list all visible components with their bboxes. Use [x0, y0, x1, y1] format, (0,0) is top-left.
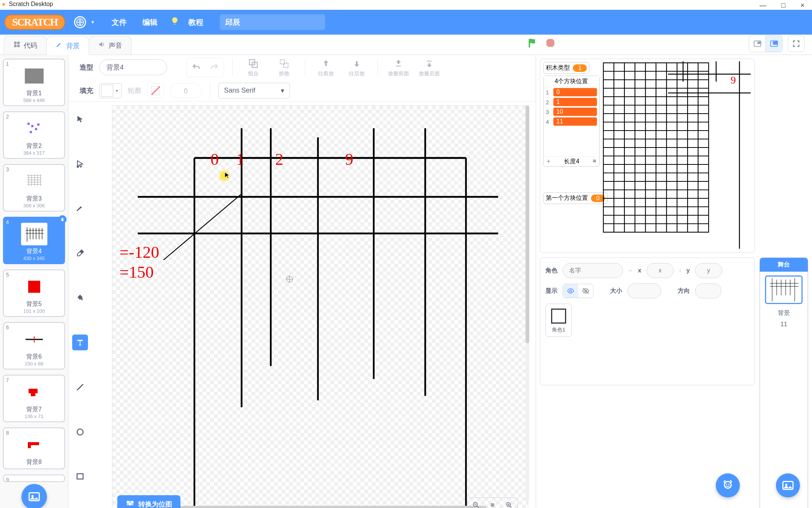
line-tool[interactable]	[72, 379, 88, 395]
costume-preview	[21, 381, 47, 403]
small-stage-icon[interactable]	[749, 35, 766, 52]
zoom-in-button[interactable]	[501, 498, 517, 508]
tab-sounds[interactable]: 声音	[89, 36, 132, 55]
svg-point-128	[726, 484, 727, 485]
fill-color-picker[interactable]: ▾	[99, 83, 122, 98]
undo-button[interactable]	[188, 59, 204, 75]
reshape-tool[interactable]	[72, 156, 88, 172]
variable-monitor-firstpos[interactable]: 第一个方块位置 0	[543, 192, 607, 204]
stage-number-9: 9	[730, 74, 736, 86]
project-name-input[interactable]	[220, 14, 325, 30]
add-sprite-button[interactable]	[716, 473, 740, 497]
tab-costumes[interactable]: 背景	[46, 36, 89, 55]
costume-thumb[interactable]: 2 背景2 364 x 317	[3, 111, 65, 159]
menu-file[interactable]: 文件	[105, 17, 133, 27]
green-flag-icon[interactable]	[527, 38, 538, 50]
costume-thumb[interactable]: 7 背景7 136 x 71	[3, 375, 65, 422]
bulb-icon	[170, 17, 179, 28]
svg-marker-5	[547, 39, 554, 47]
variable-monitor-blocktype[interactable]: 积木类型 1	[543, 62, 589, 74]
sprite-x-input[interactable]	[647, 263, 674, 278]
svg-rect-70	[129, 503, 131, 505]
stage-thumbnail[interactable]	[765, 275, 803, 304]
costume-thumb[interactable]: 5 背景5 101 x 100	[3, 269, 65, 317]
canvas-area[interactable]: 0 1 2 9 =-120 =150 转换为位	[112, 105, 528, 508]
ungroup-button[interactable]: 拆散	[272, 58, 297, 77]
costume-thumb[interactable]: 8 背景8	[3, 427, 65, 469]
xy-icon: ↔	[628, 268, 633, 273]
zoom-out-button[interactable]	[468, 498, 484, 508]
text-tool[interactable]	[72, 335, 88, 350]
stop-icon[interactable]	[545, 38, 556, 50]
fullscreen-button[interactable]	[788, 35, 804, 52]
costume-thumb[interactable]: 3 背景3 306 x 306	[3, 164, 65, 211]
window-close[interactable]: ×	[800, 2, 804, 9]
sprite-tile[interactable]: 角色1	[545, 304, 572, 337]
svg-rect-66	[127, 501, 129, 503]
tab-code[interactable]: 代码	[4, 36, 47, 55]
hide-icon[interactable]	[578, 284, 593, 298]
menu-edit[interactable]: 编辑	[136, 17, 164, 27]
large-stage-icon[interactable]	[766, 35, 782, 52]
costume-preview	[21, 65, 47, 87]
sprite-size-input[interactable]	[627, 283, 661, 298]
list-monitor-positions[interactable]: 4个方块位置 10 21 310 411 + 长度4 =	[543, 76, 600, 167]
back-button[interactable]: 放最后面	[417, 58, 442, 77]
tab-code-label: 代码	[24, 41, 37, 50]
svg-rect-3	[14, 45, 17, 47]
visibility-toggle[interactable]	[563, 284, 594, 298]
zoom-reset-button[interactable]	[484, 498, 501, 508]
forward-button[interactable]: 往前放	[314, 58, 338, 77]
delete-costume-icon[interactable]	[58, 215, 67, 224]
window-maximize[interactable]: □	[782, 2, 786, 9]
canvas-scrollbar-horizontal[interactable]	[154, 506, 487, 508]
sprite-name-input[interactable]	[563, 263, 623, 278]
costume-thumb[interactable]: 4 背景4 430 x 345	[3, 217, 65, 264]
brush-icon	[56, 41, 63, 50]
select-tool[interactable]	[72, 111, 88, 127]
eraser-tool[interactable]	[72, 245, 88, 261]
group-button[interactable]: 组合	[241, 58, 266, 77]
costume-name-input[interactable]	[99, 59, 167, 75]
code-icon	[13, 41, 21, 50]
circle-tool[interactable]	[72, 424, 88, 440]
show-icon[interactable]	[563, 284, 578, 298]
language-icon[interactable]	[74, 16, 86, 28]
costume-preview	[21, 117, 47, 140]
rect-tool[interactable]	[72, 468, 88, 484]
svg-point-50	[77, 429, 83, 435]
backward-button[interactable]: 往后放	[344, 58, 369, 77]
costume-thumb[interactable]: 6 背景6 150 x 88	[3, 322, 65, 370]
outline-color-picker[interactable]	[147, 83, 164, 98]
scratch-logo[interactable]: SCRATCH	[5, 15, 65, 30]
redo-button[interactable]	[206, 59, 222, 75]
svg-rect-13	[30, 131, 32, 133]
costume-thumb[interactable]: 1 背景1 568 x 446	[3, 59, 65, 106]
stage[interactable]: 积木类型 1 4个方块位置 10 21 310 411 + 长度4 =	[540, 59, 755, 253]
canvas-number-2: 2	[275, 150, 283, 169]
canvas-scrollbar-vertical[interactable]	[526, 105, 529, 502]
bitmap-icon	[126, 500, 135, 508]
fill-tool[interactable]	[72, 290, 88, 306]
costume-thumb[interactable]: 9	[3, 475, 65, 482]
front-button[interactable]: 放最前面	[386, 58, 411, 77]
svg-rect-67	[129, 501, 131, 503]
menu-tutorials[interactable]: 教程	[182, 17, 210, 27]
costume-list: 1 背景1 568 x 446 2 背景2 364 x 317 3 背景3 30…	[0, 55, 68, 508]
language-caret-icon[interactable]: ▼	[91, 20, 95, 25]
svg-rect-11	[31, 125, 33, 127]
sprite-direction-input[interactable]	[695, 283, 721, 298]
window-minimize[interactable]: —	[760, 2, 767, 9]
costume-preview	[21, 433, 47, 456]
font-select[interactable]: Sans Serif▾	[218, 83, 290, 99]
canvas-number-0: 0	[211, 150, 219, 169]
list-add-icon[interactable]: +	[547, 158, 551, 166]
brush-tool[interactable]	[72, 201, 88, 216]
stage-size-toggle[interactable]	[749, 35, 783, 52]
canvas-center-icon	[285, 275, 294, 284]
convert-to-bitmap-button[interactable]: 转换为位图	[117, 495, 180, 508]
add-costume-button[interactable]	[21, 484, 47, 508]
add-backdrop-button[interactable]	[776, 473, 800, 497]
sprite-y-input[interactable]	[695, 263, 722, 278]
outline-width-input[interactable]: 0	[170, 83, 201, 98]
